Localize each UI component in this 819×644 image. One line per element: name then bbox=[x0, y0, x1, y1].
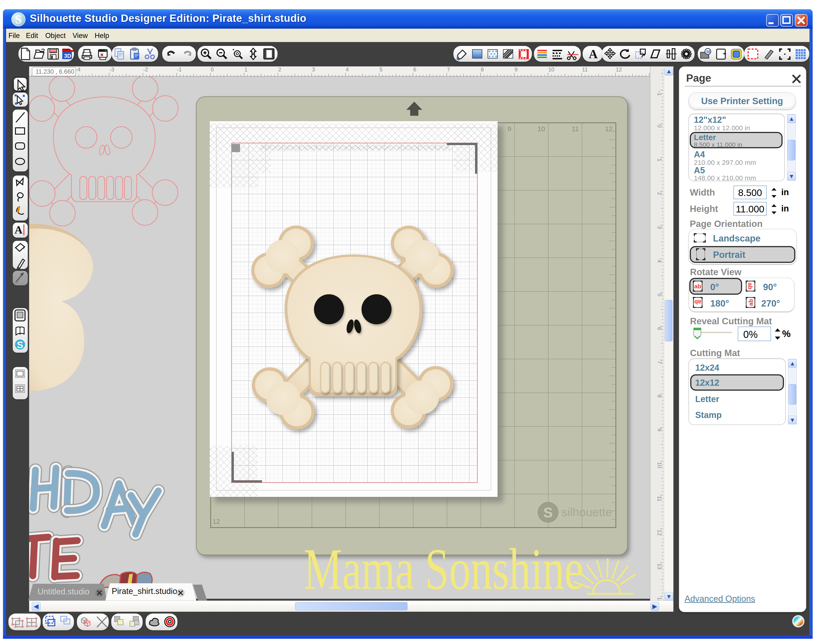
svg-text:13: 13 bbox=[656, 563, 663, 569]
svg-text:3: 3 bbox=[656, 226, 663, 229]
svg-text:-4: -4 bbox=[75, 66, 80, 72]
svg-text:ab: ab bbox=[747, 299, 754, 306]
svg-text:7: 7 bbox=[447, 66, 450, 72]
svg-text:3: 3 bbox=[312, 66, 315, 72]
svg-text:10: 10 bbox=[538, 125, 545, 133]
svg-text:1: 1 bbox=[656, 158, 663, 161]
svg-text:2: 2 bbox=[656, 192, 663, 195]
svg-text:10: 10 bbox=[548, 66, 555, 72]
svg-text:1: 1 bbox=[244, 66, 247, 72]
svg-text:8: 8 bbox=[481, 66, 484, 72]
svg-text:ab: ab bbox=[747, 283, 754, 290]
svg-text:A: A bbox=[589, 47, 598, 61]
svg-text:Mama Sonshine: Mama Sonshine bbox=[304, 537, 584, 599]
svg-text:10: 10 bbox=[656, 462, 663, 468]
svg-text:11.230 , 6.660: 11.230 , 6.660 bbox=[35, 68, 74, 75]
svg-text:-1: -1 bbox=[656, 91, 663, 96]
svg-text:S: S bbox=[15, 13, 22, 26]
svg-text:12: 12 bbox=[616, 66, 622, 72]
svg-text:5: 5 bbox=[656, 293, 663, 296]
svg-text:-2: -2 bbox=[143, 66, 148, 72]
svg-text:4: 4 bbox=[346, 66, 349, 72]
svg-text:9: 9 bbox=[515, 66, 518, 72]
svg-text:12: 12 bbox=[605, 125, 612, 133]
svg-text:9: 9 bbox=[656, 428, 663, 431]
svg-text:8: 8 bbox=[656, 394, 663, 397]
svg-text:7: 7 bbox=[656, 361, 663, 364]
svg-text:5: 5 bbox=[380, 66, 383, 72]
svg-text:-3: -3 bbox=[109, 66, 114, 72]
svg-text:4: 4 bbox=[656, 260, 663, 263]
svg-text:-1: -1 bbox=[177, 66, 182, 72]
svg-text:11: 11 bbox=[582, 66, 588, 72]
svg-text:9: 9 bbox=[507, 125, 512, 133]
svg-text:S: S bbox=[543, 504, 553, 520]
svg-text:A: A bbox=[15, 224, 23, 236]
svg-text:12: 12 bbox=[656, 530, 663, 536]
svg-text:11: 11 bbox=[572, 125, 579, 133]
svg-text:6: 6 bbox=[656, 327, 663, 330]
svg-text:2: 2 bbox=[278, 66, 281, 72]
svg-text:3D: 3D bbox=[64, 53, 71, 59]
svg-text:ab: ab bbox=[695, 283, 701, 290]
svg-text:silhouette: silhouette bbox=[561, 506, 612, 519]
svg-text:0: 0 bbox=[656, 125, 663, 127]
svg-text:12: 12 bbox=[212, 518, 220, 525]
svg-text:6: 6 bbox=[413, 66, 416, 72]
svg-text:S: S bbox=[17, 339, 23, 350]
svg-text:M: M bbox=[706, 49, 710, 54]
svg-text:0: 0 bbox=[211, 66, 214, 72]
svg-text:11: 11 bbox=[656, 496, 663, 501]
svg-text:ab: ab bbox=[695, 299, 701, 306]
